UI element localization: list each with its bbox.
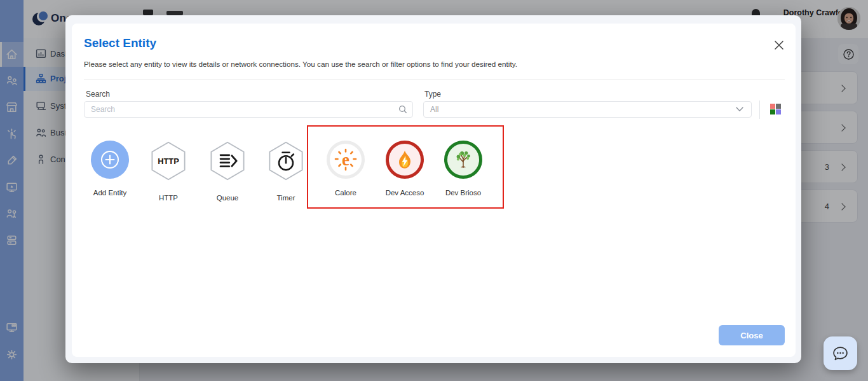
entity-add[interactable]: Add Entity [83, 141, 137, 197]
app-window: One Dorothy Crawford [0, 0, 868, 381]
calore-logo-icon: e [327, 141, 365, 179]
select-entity-dialog: Select Entity Please select any entity t… [65, 15, 801, 363]
entity-timer[interactable]: Timer [259, 141, 313, 202]
entity-dev-brioso[interactable]: Dev Brioso [437, 141, 490, 197]
grid-square-red [770, 104, 775, 109]
entity-queue[interactable]: Queue [201, 141, 254, 202]
search-label: Search [86, 90, 110, 99]
dialog-description: Please select any entity to view its det… [84, 60, 517, 68]
svg-text:HTTP: HTTP [158, 156, 179, 166]
grid-view-icon[interactable] [770, 104, 781, 116]
close-icon[interactable] [773, 39, 785, 52]
entity-label: Dev Brioso [437, 189, 490, 197]
svg-text:e: e [342, 150, 349, 169]
chat-bubble-icon [832, 345, 849, 362]
entity-calore[interactable]: e Calore [319, 141, 372, 197]
type-select[interactable]: All [423, 101, 752, 118]
timer-hexagon-icon [267, 141, 305, 181]
close-button[interactable]: Close [719, 325, 785, 345]
grid-square-gray [776, 104, 781, 109]
search-input[interactable] [84, 101, 413, 118]
chat-widget-button[interactable] [824, 336, 857, 370]
search-icon [398, 105, 407, 114]
dialog-panel: Select Entity Please select any entity t… [72, 24, 796, 357]
entity-label: Add Entity [83, 189, 137, 197]
entity-label: Queue [201, 194, 254, 202]
http-hexagon-icon: HTTP [149, 141, 187, 181]
dev-acceso-flame-icon [386, 141, 424, 179]
dev-brioso-tree-icon [444, 141, 482, 179]
queue-hexagon-icon [208, 141, 247, 181]
entity-label: Calore [319, 189, 372, 197]
entity-http[interactable]: HTTP HTTP [142, 141, 195, 202]
divider [84, 80, 785, 80]
add-entity-icon [91, 141, 129, 179]
search-field [84, 101, 413, 118]
chevron-down-icon [736, 107, 743, 112]
divider [759, 100, 760, 119]
entity-label: Dev Acceso [378, 189, 431, 197]
dialog-title: Select Entity [84, 36, 156, 50]
grid-square-green [770, 109, 775, 114]
type-select-value: All [430, 105, 438, 114]
entity-label: HTTP [142, 194, 195, 202]
entity-label: Timer [259, 194, 313, 202]
grid-square-purple [776, 109, 781, 114]
type-label: Type [424, 90, 441, 99]
entity-dev-acceso[interactable]: Dev Acceso [378, 141, 431, 197]
